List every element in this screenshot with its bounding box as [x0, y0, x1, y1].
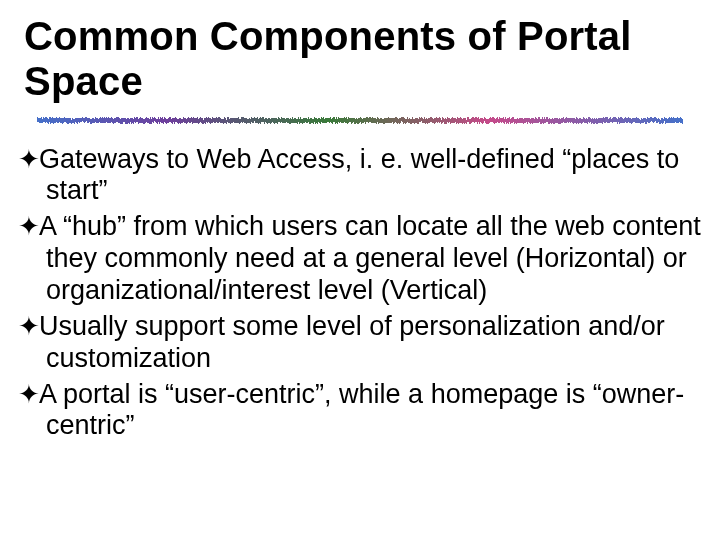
slide: Common Components of Portal Space ✦Gatew…: [0, 0, 720, 442]
svg-rect-0: [38, 118, 682, 123]
slide-title: Common Components of Portal Space: [24, 14, 702, 104]
list-item: ✦Gateways to Web Access, i. e. well-defi…: [18, 144, 702, 208]
list-item-text: Gateways to Web Access, i. e. well-defin…: [39, 144, 679, 206]
list-item: ✦A “hub” from which users can locate all…: [18, 211, 702, 307]
bullet-icon: ✦: [18, 311, 39, 341]
bullet-icon: ✦: [18, 144, 39, 174]
bullet-list: ✦Gateways to Web Access, i. e. well-defi…: [18, 144, 702, 443]
bullet-icon: ✦: [18, 379, 39, 409]
list-item-text: A “hub” from which users can locate all …: [39, 211, 701, 305]
list-item: ✦A portal is “user-centric”, while a hom…: [18, 379, 702, 443]
list-item: ✦Usually support some level of personali…: [18, 311, 702, 375]
bullet-icon: ✦: [18, 211, 39, 241]
divider-graphic: [18, 112, 702, 130]
list-item-text: Usually support some level of personaliz…: [39, 311, 665, 373]
list-item-text: A portal is “user-centric”, while a home…: [39, 379, 684, 441]
